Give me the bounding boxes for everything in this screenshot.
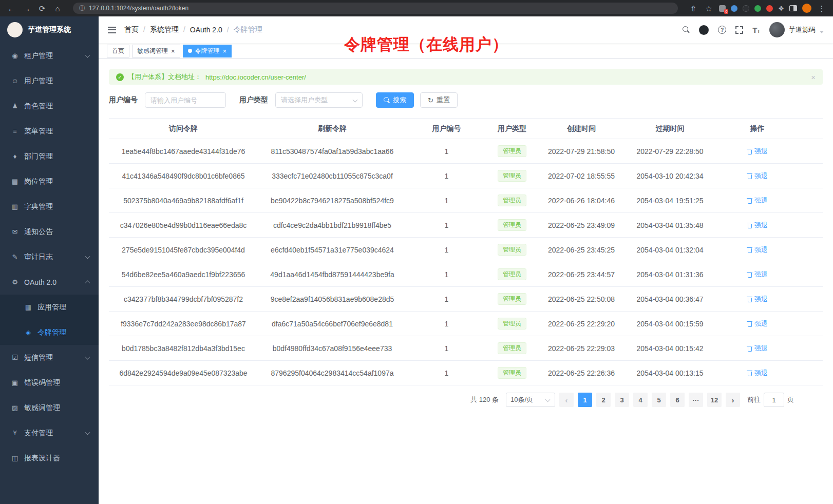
delete-icon xyxy=(747,345,752,352)
tab[interactable]: 令牌管理 × xyxy=(183,45,232,57)
page-button[interactable]: 12 xyxy=(707,393,722,407)
next-page-button[interactable]: › xyxy=(726,393,740,407)
sidebar-item[interactable]: 审计日志 xyxy=(0,244,99,269)
tab-close-icon[interactable]: × xyxy=(171,48,175,54)
tab-label: 首页 xyxy=(112,47,124,55)
sidebar-item[interactable]: 应用管理 xyxy=(0,295,99,320)
tab-close-icon[interactable]: × xyxy=(223,48,227,54)
extension-icon[interactable] xyxy=(766,5,773,12)
report-icon xyxy=(10,454,20,462)
user-type-cell: 管理员 xyxy=(486,367,538,379)
force-logout-link[interactable]: 强退 xyxy=(747,270,768,279)
table-row: c347026e805e4d99b0d116eae66eda8c cdfc4ce… xyxy=(109,213,823,238)
page-button[interactable]: 1 xyxy=(578,393,592,407)
address-bar[interactable]: ⓘ 127.0.0.1:1024/system/oauth2/token xyxy=(73,3,678,14)
sidebar-item[interactable]: 报表设计器 xyxy=(0,445,99,471)
force-logout-link[interactable]: 强退 xyxy=(747,221,768,230)
search-icon[interactable] xyxy=(683,26,690,33)
sidebar-item[interactable]: 通知公告 xyxy=(0,219,99,244)
reload-icon[interactable]: ⟳ xyxy=(37,5,47,12)
force-logout-link[interactable]: 强退 xyxy=(747,147,768,156)
alert-close-icon[interactable]: × xyxy=(811,73,816,81)
user-name: 芋道源码 xyxy=(789,25,816,34)
extension-icon[interactable] xyxy=(743,5,749,12)
force-logout-link[interactable]: 强退 xyxy=(747,344,768,353)
table-header-cell: 用户类型 xyxy=(486,124,538,133)
reset-button[interactable]: ↻ 重置 xyxy=(420,92,458,108)
sidebar-item-label: 字典管理 xyxy=(24,202,53,211)
user-type-badge: 管理员 xyxy=(498,318,526,329)
sidebar-item[interactable]: 角色管理 xyxy=(0,93,99,119)
side-panel-icon[interactable] xyxy=(789,5,797,11)
page-button[interactable]: 5 xyxy=(652,393,666,407)
page-button[interactable]: 3 xyxy=(615,393,629,407)
home-icon[interactable]: ⌂ xyxy=(52,5,63,12)
page-button[interactable]: 2 xyxy=(596,393,611,407)
sidebar-item[interactable]: 字典管理 xyxy=(0,194,99,219)
user-menu[interactable]: 芋道源码 xyxy=(769,22,824,37)
browser-menu-kebab-icon[interactable]: ⋮ xyxy=(817,5,827,12)
page-button[interactable]: 4 xyxy=(633,393,648,407)
force-logout-link[interactable]: 强退 xyxy=(747,319,768,328)
share-icon[interactable]: ⇧ xyxy=(688,5,698,12)
sidebar-item[interactable]: 用户管理 xyxy=(0,68,99,93)
extension-icon[interactable] xyxy=(731,5,737,12)
sidebar-fold-icon[interactable] xyxy=(108,27,116,33)
back-icon[interactable]: ← xyxy=(6,5,16,12)
github-icon[interactable] xyxy=(699,25,709,35)
extensions-puzzle-icon[interactable]: ❖ xyxy=(778,5,784,12)
site-info-icon[interactable]: ⓘ xyxy=(79,4,85,13)
user-type-cell: 管理员 xyxy=(486,293,538,305)
page-button[interactable]: ··· xyxy=(689,393,703,407)
breadcrumb-item[interactable]: 首页 xyxy=(124,25,150,34)
user-type-badge: 管理员 xyxy=(498,219,526,231)
sidebar-item[interactable]: 部门管理 xyxy=(0,144,99,169)
user-id-cell: 1 xyxy=(407,246,486,254)
sidebar-item[interactable]: 令牌管理 xyxy=(0,320,99,345)
breadcrumb-item[interactable]: 系统管理 xyxy=(150,25,190,34)
forward-icon[interactable]: → xyxy=(22,5,32,12)
force-logout-link[interactable]: 强退 xyxy=(747,295,768,304)
tab[interactable]: 首页 × xyxy=(107,45,129,57)
help-icon[interactable]: ? xyxy=(718,26,726,34)
sidebar-item[interactable]: 敏感词管理 xyxy=(0,395,99,420)
page-size-select[interactable]: 10条/页 xyxy=(506,393,555,407)
user-type-select[interactable]: 请选择用户类型 xyxy=(275,92,363,108)
force-logout-link[interactable]: 强退 xyxy=(747,171,768,181)
tab[interactable]: 敏感词管理 × xyxy=(132,45,180,57)
sidebar-item[interactable]: 租户管理 xyxy=(0,43,99,68)
created-time-cell: 2022-06-25 23:45:25 xyxy=(538,246,625,254)
table-header-cell: 刷新令牌 xyxy=(258,124,407,133)
goto-page-input[interactable] xyxy=(764,393,784,407)
browser-profile-avatar[interactable] xyxy=(802,4,811,13)
user-id-cell: 1 xyxy=(407,369,486,377)
expire-time-cell: 2054-03-04 19:51:25 xyxy=(625,197,715,205)
sidebar-item[interactable]: OAuth 2.0 xyxy=(0,269,99,295)
breadcrumb-item[interactable]: 令牌管理 xyxy=(234,25,272,34)
doc-link[interactable]: https://doc.iocoder.cn/user-center/ xyxy=(205,73,306,81)
breadcrumb-item[interactable]: OAuth 2.0 xyxy=(190,26,234,34)
force-logout-link[interactable]: 强退 xyxy=(747,245,768,255)
user-id-cell: 1 xyxy=(407,270,486,279)
app-logo[interactable]: 芋道管理系统 xyxy=(0,16,99,43)
expire-time-cell: 2054-03-04 00:36:47 xyxy=(625,295,715,303)
sidebar-item[interactable]: 支付管理 xyxy=(0,420,99,445)
force-logout-link[interactable]: 强退 xyxy=(747,196,768,205)
sidebar-item[interactable]: 岗位管理 xyxy=(0,169,99,194)
prev-page-button[interactable]: ‹ xyxy=(559,393,574,407)
sidebar-item[interactable]: 菜单管理 xyxy=(0,119,99,144)
page-button[interactable]: 6 xyxy=(670,393,685,407)
user-type-field: 用户类型 请选择用户类型 xyxy=(239,92,363,108)
search-button[interactable]: 搜索 xyxy=(376,92,414,108)
force-logout-link[interactable]: 强退 xyxy=(747,369,768,378)
font-size-icon[interactable]: TT xyxy=(752,26,760,34)
sidebar-item[interactable]: 错误码管理 xyxy=(0,370,99,395)
sidebar-item[interactable]: 短信管理 xyxy=(0,345,99,370)
extension-icon[interactable]: 0 xyxy=(719,5,726,12)
sidebar-item-label: 敏感词管理 xyxy=(24,403,60,413)
fullscreen-icon[interactable] xyxy=(735,26,743,34)
user-id-input[interactable] xyxy=(145,92,226,108)
bookmark-star-icon[interactable]: ☆ xyxy=(704,5,714,12)
extension-icon[interactable] xyxy=(754,5,761,12)
user-id-cell: 1 xyxy=(407,295,486,303)
